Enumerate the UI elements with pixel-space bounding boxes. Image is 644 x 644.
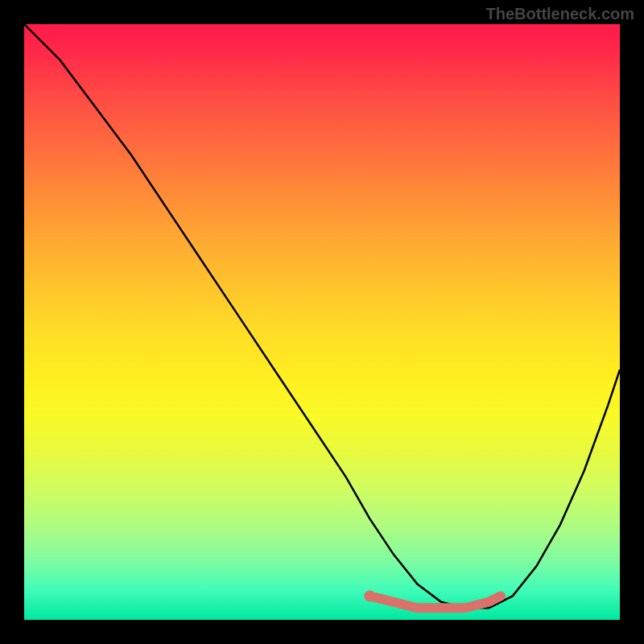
highlight-point-marker	[364, 590, 375, 601]
watermark-text: TheBottleneck.com	[486, 5, 634, 23]
plot-area	[24, 24, 620, 620]
bottleneck-curve-line	[24, 24, 620, 608]
chart-container: TheBottleneck.com	[0, 0, 644, 644]
chart-svg	[24, 24, 620, 620]
